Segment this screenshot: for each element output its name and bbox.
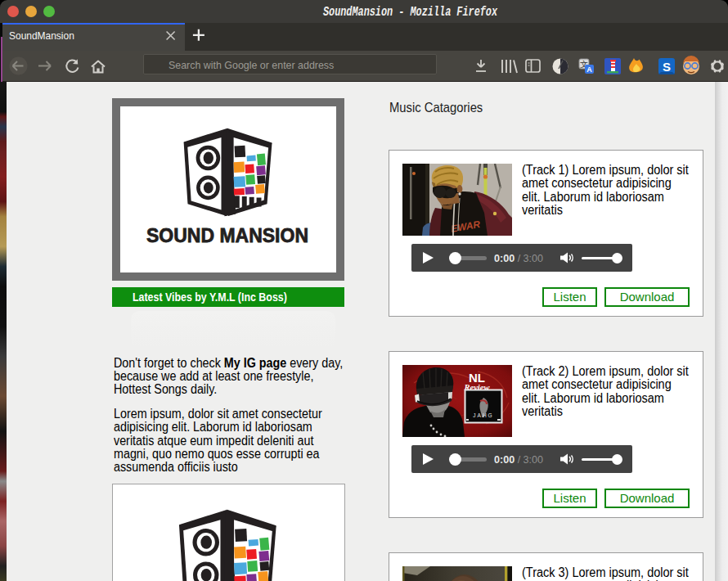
svg-text:JAHG: JAHG	[473, 412, 493, 418]
svg-text:S: S	[663, 60, 671, 74]
svg-text:A: A	[586, 65, 592, 74]
